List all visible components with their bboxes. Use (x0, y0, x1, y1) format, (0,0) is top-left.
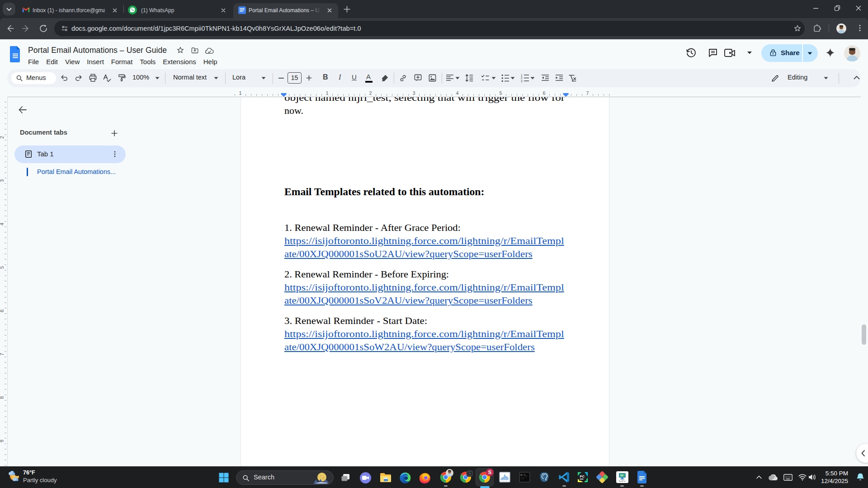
svg-text:7: 7 (0, 353, 5, 356)
svg-text:2: 2 (0, 136, 5, 139)
svg-text:7: 7 (586, 90, 589, 96)
svg-text:3: 3 (0, 179, 5, 182)
svg-text:4: 4 (0, 223, 5, 225)
svg-text:8: 8 (0, 396, 5, 399)
svg-text:PC: PC (580, 474, 585, 479)
svg-text:C:\_: C:\_ (521, 474, 528, 477)
svg-text:2: 2 (369, 90, 372, 96)
svg-text:TaskPro: TaskPro (619, 480, 626, 482)
svg-text:1: 1 (239, 90, 242, 96)
svg-text:5: 5 (500, 90, 502, 96)
svg-text:GG: GG (620, 474, 624, 477)
svg-text:6: 6 (0, 310, 5, 312)
svg-text:6: 6 (543, 90, 546, 96)
svg-text:1: 1 (326, 90, 329, 96)
svg-text:5: 5 (0, 266, 5, 269)
svg-text:3: 3 (413, 90, 415, 96)
svg-text:4: 4 (456, 90, 459, 96)
svg-text:9: 9 (0, 440, 5, 442)
svg-text:3: 3 (521, 80, 523, 83)
